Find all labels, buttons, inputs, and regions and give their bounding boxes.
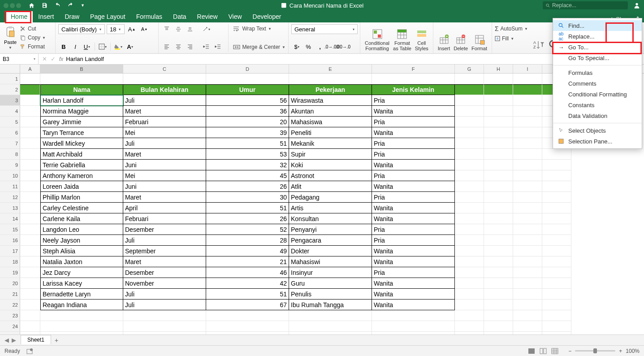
page-break-view-icon[interactable] [551, 348, 558, 354]
close-dot[interactable] [4, 3, 9, 8]
minimize-dot[interactable] [10, 3, 15, 8]
cell-C25[interactable] [123, 332, 206, 334]
delete-cells-button[interactable]: Delete [452, 24, 470, 52]
cell-C17[interactable]: September [123, 246, 206, 256]
cell-G20[interactable] [455, 278, 484, 289]
cell-H11[interactable] [484, 181, 513, 192]
decrease-font-button[interactable]: A▼ [139, 24, 150, 34]
tab-page-layout[interactable]: Page Layout [85, 11, 131, 22]
cell-G18[interactable] [455, 256, 484, 267]
cell-C22[interactable]: Juli [123, 300, 206, 310]
cell-C2[interactable]: Bulan Kelahiran [123, 84, 206, 95]
cell-J20[interactable] [542, 278, 571, 289]
cell-D22[interactable]: 67 [206, 300, 289, 310]
col-header-A[interactable]: A [20, 65, 40, 73]
select-all-corner[interactable] [0, 65, 20, 73]
cell-E16[interactable]: Pengacara [289, 235, 372, 246]
align-left-button[interactable] [161, 42, 172, 52]
cell-F22[interactable]: Wanita [372, 300, 455, 310]
col-header-F[interactable]: F [372, 65, 455, 73]
cell-B7[interactable]: Wardell Mickey [40, 138, 123, 149]
cell-C7[interactable]: Juli [123, 138, 206, 149]
cell-H5[interactable] [484, 117, 513, 127]
row-header-7[interactable]: 7 [0, 138, 20, 149]
cell-G24[interactable] [455, 321, 484, 332]
cell-I17[interactable] [513, 246, 542, 256]
orientation-button[interactable]: ▾ [201, 24, 212, 34]
cell-F12[interactable]: Pria [372, 192, 455, 203]
tab-formulas[interactable]: Formulas [131, 11, 168, 22]
cell-F4[interactable]: Wanita [372, 106, 455, 117]
row-header-19[interactable]: 19 [0, 267, 20, 278]
sheet-nav-next[interactable]: ▶ [12, 337, 16, 343]
format-painter-button[interactable]: Format [20, 42, 46, 51]
cell-F8[interactable]: Pria [372, 149, 455, 160]
format-as-table-button[interactable]: Formatas Table [391, 24, 413, 52]
cell-D5[interactable]: 20 [206, 117, 289, 127]
cell-A25[interactable] [20, 332, 40, 334]
copy-button[interactable]: Copy▼ [20, 33, 46, 42]
cell-A9[interactable] [20, 160, 40, 170]
cell-G14[interactable] [455, 213, 484, 224]
font-name-select[interactable]: Calibri (Body)▾ [58, 24, 105, 34]
cell-F19[interactable]: Pria [372, 267, 455, 278]
autosum-button[interactable]: ΣAutoSum▼ [495, 24, 528, 33]
italic-button[interactable]: I [70, 42, 81, 52]
font-color-button[interactable]: A▾ [125, 42, 135, 52]
cell-E5[interactable]: Mahasiswa [289, 117, 372, 127]
cell-J23[interactable] [542, 310, 571, 321]
cell-A3[interactable] [20, 95, 40, 106]
borders-button[interactable]: ▾ [97, 42, 108, 52]
add-sheet-button[interactable]: + [51, 337, 62, 344]
cell-B8[interactable]: Matt Archibald [40, 149, 123, 160]
goto-special-menu-item[interactable]: Go To Special... [553, 52, 642, 63]
cell-J24[interactable] [542, 321, 571, 332]
qat-dropdown[interactable]: ▼ [81, 3, 85, 8]
percent-button[interactable]: % [303, 42, 314, 52]
cell-D21[interactable]: 51 [206, 289, 289, 300]
cell-C3[interactable]: Juli [123, 95, 206, 106]
col-header-D[interactable]: D [206, 65, 289, 73]
cell-I25[interactable] [513, 332, 542, 334]
cell-J8[interactable] [542, 149, 571, 160]
align-top-button[interactable] [161, 24, 172, 34]
cell-G2[interactable] [455, 84, 484, 95]
row-header-23[interactable]: 23 [0, 310, 20, 321]
cell-I8[interactable] [513, 149, 542, 160]
cell-F7[interactable]: Pria [372, 138, 455, 149]
cell-F10[interactable]: Pria [372, 170, 455, 181]
cell-C5[interactable]: Februari [123, 117, 206, 127]
cell-G22[interactable] [455, 300, 484, 310]
cell-A14[interactable] [20, 213, 40, 224]
row-header-12[interactable]: 12 [0, 192, 20, 203]
cell-H24[interactable] [484, 321, 513, 332]
cell-A20[interactable] [20, 278, 40, 289]
cell-D23[interactable] [206, 310, 289, 321]
cell-I4[interactable] [513, 106, 542, 117]
cell-B1[interactable] [40, 74, 123, 84]
find-menu-item[interactable]: Find... [553, 20, 642, 31]
cell-F18[interactable]: Wanita [372, 256, 455, 267]
cell-I15[interactable] [513, 224, 542, 235]
cell-G9[interactable] [455, 160, 484, 170]
cell-B3[interactable]: Harlan Landolf [40, 95, 123, 106]
increase-font-button[interactable]: A▲ [126, 24, 137, 34]
cell-E17[interactable]: Dokter [289, 246, 372, 256]
number-format-select[interactable]: General▾ [291, 24, 358, 34]
cell-D1[interactable] [206, 74, 289, 84]
cell-B16[interactable]: Neely Jayson [40, 235, 123, 246]
cell-C9[interactable]: Juni [123, 160, 206, 170]
cell-E15[interactable]: Penyanyi [289, 224, 372, 235]
formula-input[interactable]: Harlan Landolf [66, 56, 104, 62]
cell-C4[interactable]: Maret [123, 106, 206, 117]
tab-data[interactable]: Data [168, 11, 192, 22]
cell-D14[interactable]: 26 [206, 213, 289, 224]
cell-D7[interactable]: 51 [206, 138, 289, 149]
align-bottom-button[interactable] [185, 24, 195, 34]
cell-I18[interactable] [513, 256, 542, 267]
cell-I23[interactable] [513, 310, 542, 321]
cell-A6[interactable] [20, 127, 40, 138]
cell-J19[interactable] [542, 267, 571, 278]
row-header-16[interactable]: 16 [0, 235, 20, 246]
save-icon[interactable] [41, 2, 48, 9]
